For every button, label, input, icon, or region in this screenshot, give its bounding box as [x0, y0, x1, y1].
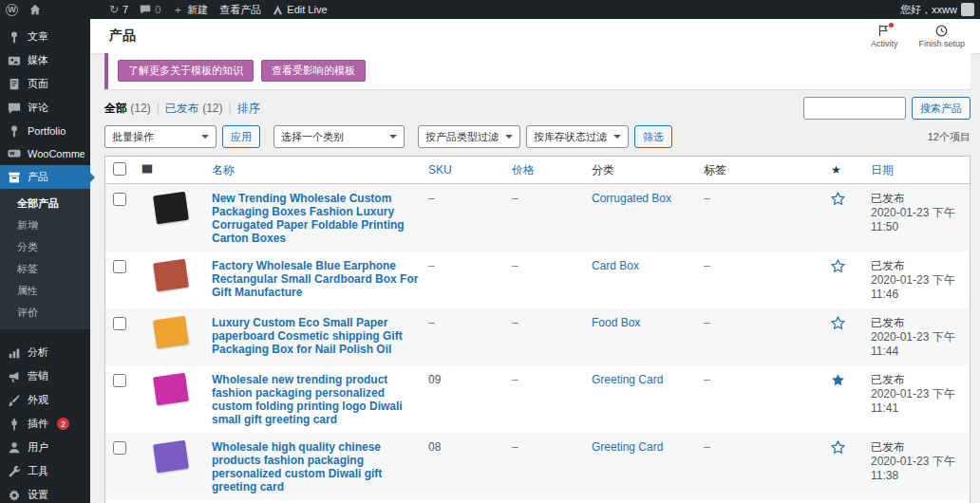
product-category-link[interactable]: Card Box	[592, 259, 639, 272]
learn-more-templates-button[interactable]: 了解更多关于模板的知识	[118, 60, 254, 82]
submenu-item-reviews[interactable]: 评价	[0, 302, 90, 324]
sidebar-item-analytics[interactable]: 分析	[0, 341, 90, 364]
product-name-link[interactable]: Wholesale high quality chinese products …	[212, 440, 421, 494]
sidebar-item-label: 产品	[28, 170, 48, 184]
product-thumbnail[interactable]	[153, 259, 189, 291]
sidebar-item-users[interactable]: 用户	[0, 436, 90, 459]
site-home-menu[interactable]	[29, 4, 41, 15]
product-name-link[interactable]: Luxury Custom Eco Small Paper paperboard…	[212, 316, 421, 356]
plugins-icon	[8, 418, 21, 431]
name-column-header[interactable]: 名称	[212, 157, 428, 184]
sidebar-item-label: Portfolio	[28, 125, 66, 137]
product-tags: –	[704, 192, 710, 205]
category-column-header: 分类	[592, 157, 704, 184]
page-title: 产品	[109, 28, 136, 45]
submenu-item-tags[interactable]: 标签	[0, 258, 90, 280]
product-category-link[interactable]: Greeting Card	[592, 373, 663, 386]
search-products-button[interactable]: 搜索产品	[912, 97, 971, 120]
filter-button[interactable]: 筛选	[634, 125, 672, 148]
wp-logo-menu[interactable]: W	[6, 4, 18, 16]
view-link-sort[interactable]: 排序	[237, 102, 260, 115]
account-menu[interactable]: 您好，xxww	[900, 3, 974, 17]
sidebar-item-pages[interactable]: 页面	[0, 72, 90, 96]
publish-status: 已发布	[871, 373, 962, 387]
date-column-header[interactable]: 日期	[871, 157, 970, 184]
bulk-action-select[interactable]: 批量操作	[104, 125, 217, 148]
activity-button[interactable]: Activity	[871, 25, 898, 48]
updates-menu[interactable]: ↻ 7	[109, 4, 128, 15]
apply-button[interactable]: 应用	[222, 125, 260, 148]
template-notice: 了解更多关于模板的知识 查看受影响的模板	[104, 53, 971, 89]
view-link-published[interactable]: 已发布 (12)	[165, 102, 223, 115]
flag-icon	[877, 25, 891, 38]
view-affected-templates-button[interactable]: 查看受影响的模板	[261, 60, 366, 82]
price-column-header[interactable]: 价格	[512, 157, 592, 184]
product-category-link[interactable]: Corrugated Box	[592, 192, 671, 205]
sidebar-item-media[interactable]: 媒体	[0, 48, 90, 72]
select-all-checkbox[interactable]	[113, 162, 126, 176]
edit-live-menu[interactable]: Edit Live	[273, 4, 327, 15]
sidebar-item-products[interactable]: 产品	[0, 165, 90, 189]
sku-column-header[interactable]: SKU	[428, 157, 512, 184]
product-thumbnail[interactable]	[153, 316, 189, 348]
sidebar-item-comments[interactable]: 评论	[0, 96, 90, 120]
submenu-item-all-products[interactable]: 全部产品	[0, 193, 90, 214]
sidebar-item-posts[interactable]: 文章	[0, 25, 90, 48]
view-filter-links: 全部 (12)|已发布 (12)|排序	[104, 101, 260, 117]
finish-setup-button[interactable]: Finish setup	[918, 25, 965, 48]
comments-menu[interactable]: 0	[140, 4, 160, 15]
product-sku: –	[428, 259, 435, 272]
product-thumbnail[interactable]	[153, 192, 189, 224]
pages-icon	[8, 78, 21, 91]
row-checkbox[interactable]	[113, 374, 126, 387]
featured-star-outline-icon[interactable]	[831, 196, 845, 209]
submenu-item-categories[interactable]: 分类	[0, 236, 90, 258]
product-name-link[interactable]: Wholesale new trending product fashion p…	[212, 373, 421, 426]
pin-icon	[8, 30, 21, 44]
table-row: Luxury Custom Eco Small Paper paperboard…	[105, 308, 970, 365]
row-checkbox[interactable]	[113, 193, 126, 206]
sidebar-item-portfolio[interactable]: Portfolio	[0, 120, 90, 142]
product-type-filter-select[interactable]: 按产品类型过滤	[418, 125, 520, 148]
product-category-link[interactable]: Greeting Card	[592, 440, 663, 454]
list-views-row: 全部 (12)|已发布 (12)|排序 搜索产品	[104, 97, 971, 120]
search-input[interactable]	[803, 97, 906, 120]
notification-dot	[889, 23, 894, 28]
row-checkbox[interactable]	[113, 317, 126, 330]
sidebar-item-tools[interactable]: 工具	[0, 459, 90, 483]
sidebar-item-marketing[interactable]: 营销	[0, 364, 90, 388]
sidebar-item-plugins[interactable]: 插件2	[0, 412, 90, 436]
publish-date: 2020-01-23 下午11:44	[871, 330, 962, 359]
sidebar-item-appearance[interactable]: 外观	[0, 388, 90, 412]
publish-date: 2020-01-23 下午11:41	[871, 387, 962, 416]
stock-status-filter-select[interactable]: 按库存状态过滤	[526, 125, 629, 148]
view-count: (12)	[130, 102, 150, 115]
product-name-link[interactable]: Factory Wholesale Blue Earphone Rectangu…	[212, 259, 421, 299]
comments-bubble-icon	[140, 4, 151, 15]
view-link-all[interactable]: 全部 (12)	[104, 102, 151, 115]
submenu-item-add-new[interactable]: 新增	[0, 214, 90, 236]
product-thumbnail[interactable]	[153, 440, 189, 473]
product-thumbnail[interactable]	[153, 373, 189, 405]
publish-date: 2020-01-23 下午11:38	[871, 455, 962, 483]
featured-star-filled-icon[interactable]	[831, 377, 845, 390]
category-filter-select[interactable]: 选择一个类别	[273, 125, 405, 148]
table-controls-row: 批量操作 应用 选择一个类别 按产品类型过滤 按库存状态过滤 筛选 12个项目	[104, 125, 971, 148]
row-checkbox[interactable]	[113, 441, 126, 455]
new-content-menu[interactable]: ＋ 新建	[172, 3, 208, 17]
product-name-link[interactable]: New Trending Wholesale Custom Packaging …	[212, 192, 421, 245]
featured-star-outline-icon[interactable]	[831, 320, 845, 333]
featured-star-outline-icon[interactable]	[831, 263, 845, 276]
product-category-link[interactable]: Food Box	[592, 316, 640, 329]
submenu-item-attributes[interactable]: 属性	[0, 280, 90, 302]
row-checkbox[interactable]	[113, 260, 126, 273]
comments-count: 0	[155, 4, 160, 15]
settings-icon	[8, 489, 21, 502]
product-sku: –	[428, 316, 435, 329]
table-row: Factory Wholesale Blue Earphone Rectangu…	[105, 252, 970, 308]
featured-star-outline-icon[interactable]	[831, 444, 845, 457]
sidebar-item-settings[interactable]: 设置	[0, 483, 90, 503]
product-price: –	[512, 440, 518, 454]
view-product-menu[interactable]: 查看产品	[219, 3, 261, 17]
sidebar-item-woocommerce[interactable]: WooCommerce	[0, 142, 90, 165]
